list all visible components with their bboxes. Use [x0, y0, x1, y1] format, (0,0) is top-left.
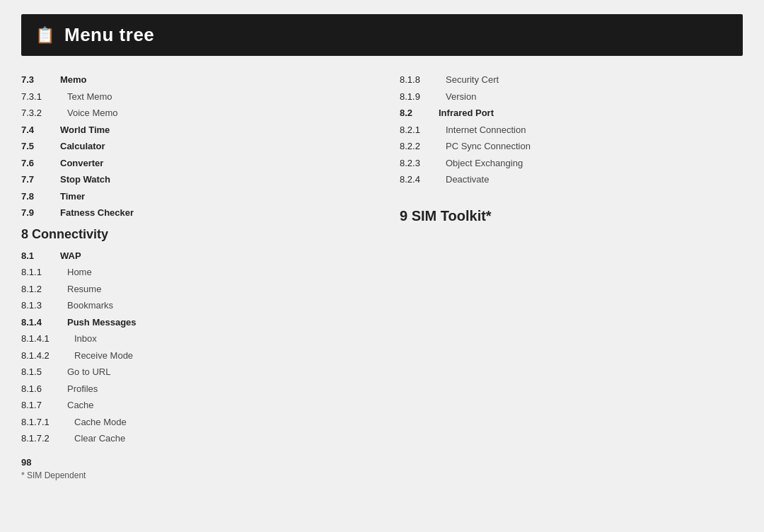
list-item: 7.6Converter	[21, 156, 364, 170]
section8-heading: 8 Connectivity	[21, 227, 364, 242]
item-number: 8.1.7	[21, 398, 67, 412]
item-label: Profiles	[67, 382, 98, 396]
item-label: Text Memo	[67, 90, 112, 104]
left-column: 7.3Memo7.3.1Text Memo7.3.2Voice Memo7.4W…	[21, 73, 393, 480]
header: 📋 Menu tree	[21, 14, 743, 56]
item-number: 7.9	[21, 206, 60, 220]
item-number: 8.1.4.1	[21, 332, 74, 346]
right-column: 8.1.8Security Cert8.1.9Version8.2Infrare…	[393, 73, 743, 480]
list-item: 8.1.3Bookmarks	[21, 299, 364, 313]
list-item: 8.1.9Version	[400, 90, 743, 104]
list-item: 8.1.5Go to URL	[21, 365, 364, 379]
item-label: Push Messages	[67, 316, 137, 330]
item-label: Infrared Port	[439, 106, 494, 120]
list-item: 7.9Fatness Checker	[21, 206, 364, 220]
list-item: 8.2.4Deactivate	[400, 173, 743, 187]
item-number: 7.3	[21, 73, 60, 87]
item-number: 8.1.6	[21, 382, 67, 396]
page-number: 98	[21, 457, 364, 468]
list-item: 8.1.4Push Messages	[21, 316, 364, 330]
item-label: PC Sync Connection	[446, 139, 531, 154]
item-number: 8.1.3	[21, 299, 67, 313]
section9-heading: 9 SIM Toolkit*	[400, 208, 743, 224]
item-number: 8.1.8	[400, 73, 446, 87]
item-number: 8.2	[400, 106, 439, 120]
list-item: 8.1.7.1Cache Mode	[21, 415, 364, 429]
item-number: 8.1	[21, 249, 60, 263]
item-number: 7.4	[21, 123, 60, 137]
item-label: Memo	[60, 73, 87, 87]
item-label: Resume	[67, 282, 101, 296]
list-item: 8.2.3Object Exchanging	[400, 156, 743, 170]
list-item: 8.1.4.1Inbox	[21, 332, 364, 346]
item-label: Bookmarks	[67, 299, 113, 313]
item-label: Home	[67, 265, 92, 279]
page-title: Menu tree	[64, 24, 154, 46]
item-label: Cache Mode	[74, 415, 127, 429]
item-label: World Time	[60, 123, 110, 137]
item-label: Cache	[67, 398, 94, 412]
list-item: 7.5Calculator	[21, 139, 364, 154]
item-label: Inbox	[74, 332, 97, 346]
list-item: 8.1.7.2Clear Cache	[21, 432, 364, 446]
item-number: 8.2.1	[400, 123, 446, 137]
item-label: Security Cert	[446, 73, 499, 87]
list-item: 8.2.2PC Sync Connection	[400, 139, 743, 154]
item-number: 7.8	[21, 190, 60, 204]
list-item: 7.8Timer	[21, 190, 364, 204]
item-label: Object Exchanging	[446, 156, 523, 170]
item-label: WAP	[60, 249, 81, 263]
item-number: 8.2.2	[400, 139, 446, 154]
item-label: Voice Memo	[67, 106, 118, 120]
item-label: Clear Cache	[74, 432, 125, 446]
item-label: Stop Watch	[60, 173, 110, 187]
item-label: Calculator	[60, 139, 105, 154]
item-number: 7.3.1	[21, 90, 67, 104]
list-item: 8.2Infrared Port	[400, 106, 743, 120]
list-item: 8.1.7Cache	[21, 398, 364, 412]
item-number: 8.1.5	[21, 365, 67, 379]
item-label: Timer	[60, 190, 85, 204]
section8-items: 8.1WAP8.1.1Home8.1.2Resume8.1.3Bookmarks…	[21, 249, 364, 446]
item-number: 8.1.4.2	[21, 349, 74, 363]
item-label: Internet Connection	[446, 123, 526, 137]
item-number: 7.6	[21, 156, 60, 170]
list-item: 8.1.6Profiles	[21, 382, 364, 396]
item-number: 8.2.3	[400, 156, 446, 170]
list-item: 8.1WAP	[21, 249, 364, 263]
list-item: 7.3Memo	[21, 73, 364, 87]
right-items: 8.1.8Security Cert8.1.9Version8.2Infrare…	[400, 73, 743, 187]
item-number: 8.1.7.1	[21, 415, 74, 429]
menu-tree-icon: 📋	[35, 26, 54, 45]
item-label: Version	[446, 90, 476, 104]
list-item: 8.1.1Home	[21, 265, 364, 279]
item-number: 7.5	[21, 139, 60, 154]
list-item: 7.3.1Text Memo	[21, 90, 364, 104]
list-item: 8.1.2Resume	[21, 282, 364, 296]
list-item: 7.7Stop Watch	[21, 173, 364, 187]
item-number: 8.1.9	[400, 90, 446, 104]
item-label: Converter	[60, 156, 103, 170]
item-number: 7.3.2	[21, 106, 67, 120]
footnote: * SIM Dependent	[21, 470, 364, 480]
item-number: 8.1.7.2	[21, 432, 74, 446]
page: 📋 Menu tree 7.3Memo7.3.1Text Memo7.3.2Vo…	[0, 0, 764, 532]
list-item: 8.1.8Security Cert	[400, 73, 743, 87]
item-number: 8.2.4	[400, 173, 446, 187]
item-label: Go to URL	[67, 365, 110, 379]
item-number: 8.1.2	[21, 282, 67, 296]
item-number: 7.7	[21, 173, 60, 187]
list-item: 8.1.4.2Receive Mode	[21, 349, 364, 363]
item-label: Fatness Checker	[60, 206, 134, 220]
list-item: 8.2.1Internet Connection	[400, 123, 743, 137]
content: 7.3Memo7.3.1Text Memo7.3.2Voice Memo7.4W…	[21, 73, 743, 480]
item-number: 8.1.4	[21, 316, 67, 330]
section9: 9 SIM Toolkit*	[400, 208, 743, 224]
top-items: 7.3Memo7.3.1Text Memo7.3.2Voice Memo7.4W…	[21, 73, 364, 220]
item-label: Deactivate	[446, 173, 489, 187]
list-item: 7.4World Time	[21, 123, 364, 137]
item-label: Receive Mode	[74, 349, 133, 363]
item-number: 8.1.1	[21, 265, 67, 279]
list-item: 7.3.2Voice Memo	[21, 106, 364, 120]
